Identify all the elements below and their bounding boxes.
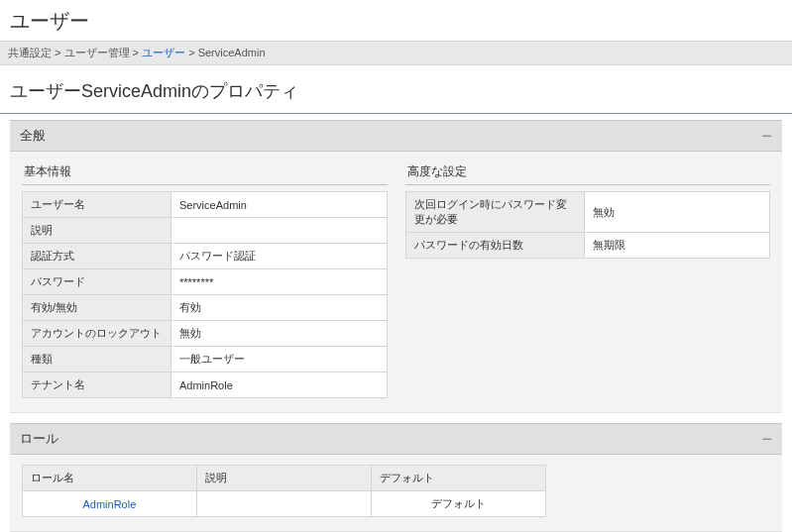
collapse-icon[interactable]: − bbox=[761, 130, 772, 142]
breadcrumb-sep: > bbox=[55, 47, 63, 58]
table-row: 有効/無効有効 bbox=[23, 295, 388, 321]
label-tenant: テナント名 bbox=[23, 372, 171, 398]
roles-table: ロール名 説明 デフォルト AdminRole デフォルト bbox=[22, 465, 546, 517]
table-row: アカウントのロックアウト無効 bbox=[23, 321, 388, 347]
advanced-title: 高度な設定 bbox=[405, 161, 771, 185]
label-kind: 種類 bbox=[23, 347, 171, 372]
breadcrumb-sep: > bbox=[133, 47, 142, 58]
col-role-desc: 説明 bbox=[196, 466, 371, 491]
table-row: パスワード******** bbox=[23, 269, 388, 295]
label-auth-method: 認証方式 bbox=[23, 244, 171, 269]
heading-rule bbox=[0, 113, 792, 114]
advanced-column: 高度な設定 次回ログイン時にパスワード変更が必要無効 パスワードの有効日数無期限 bbox=[405, 161, 771, 398]
table-row: 認証方式パスワード認証 bbox=[23, 244, 388, 269]
cell-role-name: AdminRole bbox=[23, 491, 197, 517]
breadcrumb-item: ユーザー管理 bbox=[64, 47, 130, 58]
label-description: 説明 bbox=[23, 218, 171, 244]
breadcrumb-item: 共通設定 bbox=[8, 47, 52, 58]
col-role-name: ロール名 bbox=[23, 466, 197, 491]
panel-roles-body: ロール名 説明 デフォルト AdminRole デフォルト bbox=[10, 455, 782, 532]
panel-general: 全般 − 基本情報 ユーザー名ServiceAdmin 説明 認証方式パスワード… bbox=[10, 120, 782, 413]
label-lockout: アカウントのロックアウト bbox=[23, 321, 171, 347]
table-row: 次回ログイン時にパスワード変更が必要無効 bbox=[405, 192, 770, 233]
label-username: ユーザー名 bbox=[23, 192, 171, 218]
basic-info-title: 基本情報 bbox=[22, 161, 388, 185]
cell-role-desc bbox=[196, 491, 371, 517]
value-username: ServiceAdmin bbox=[171, 192, 388, 218]
panel-general-header[interactable]: 全般 − bbox=[10, 120, 782, 152]
panel-roles-header[interactable]: ロール − bbox=[10, 423, 782, 455]
value-auth-method: パスワード認証 bbox=[171, 244, 388, 269]
value-lockout: 無効 bbox=[171, 321, 388, 347]
value-pw-change-next: 無効 bbox=[584, 192, 770, 233]
breadcrumb-item: ServiceAdmin bbox=[198, 47, 266, 58]
table-row: ユーザー名ServiceAdmin bbox=[23, 192, 388, 218]
table-row: パスワードの有効日数無期限 bbox=[405, 233, 770, 259]
label-enabled: 有効/無効 bbox=[23, 295, 171, 321]
table-header-row: ロール名 説明 デフォルト bbox=[23, 466, 546, 491]
value-enabled: 有効 bbox=[171, 295, 388, 321]
role-link[interactable]: AdminRole bbox=[83, 498, 137, 510]
basic-info-table: ユーザー名ServiceAdmin 説明 認証方式パスワード認証 パスワード**… bbox=[22, 191, 388, 398]
panel-roles: ロール − ロール名 説明 デフォルト AdminRole デフォルト bbox=[10, 423, 782, 532]
panel-general-title: 全般 bbox=[20, 127, 46, 145]
panel-roles-title: ロール bbox=[20, 430, 58, 448]
breadcrumb-sep: > bbox=[188, 47, 197, 58]
table-row: 種類一般ユーザー bbox=[23, 347, 388, 372]
value-description bbox=[171, 218, 388, 244]
panel-general-body: 基本情報 ユーザー名ServiceAdmin 説明 認証方式パスワード認証 パス… bbox=[10, 152, 782, 413]
advanced-table: 次回ログイン時にパスワード変更が必要無効 パスワードの有効日数無期限 bbox=[405, 191, 771, 259]
label-password: パスワード bbox=[23, 269, 171, 295]
value-password: ******** bbox=[171, 269, 388, 295]
page-heading: ユーザーServiceAdminのプロパティ bbox=[0, 65, 792, 113]
page-title: ユーザー bbox=[0, 0, 792, 41]
label-pw-valid-days: パスワードの有効日数 bbox=[405, 233, 584, 259]
table-row: テナント名AdminRole bbox=[23, 372, 388, 398]
collapse-icon[interactable]: − bbox=[761, 433, 772, 445]
breadcrumb-link-users[interactable]: ユーザー bbox=[142, 47, 185, 58]
table-row: 説明 bbox=[23, 218, 388, 244]
label-pw-change-next: 次回ログイン時にパスワード変更が必要 bbox=[405, 192, 584, 233]
basic-info-column: 基本情報 ユーザー名ServiceAdmin 説明 認証方式パスワード認証 パス… bbox=[22, 161, 388, 398]
col-role-default: デフォルト bbox=[371, 466, 545, 491]
value-kind: 一般ユーザー bbox=[171, 347, 388, 372]
table-row: AdminRole デフォルト bbox=[23, 491, 546, 517]
value-pw-valid-days: 無期限 bbox=[584, 233, 770, 259]
cell-role-default: デフォルト bbox=[371, 491, 545, 517]
value-tenant: AdminRole bbox=[171, 372, 388, 398]
breadcrumb: 共通設定 > ユーザー管理 > ユーザー > ServiceAdmin bbox=[0, 41, 792, 65]
